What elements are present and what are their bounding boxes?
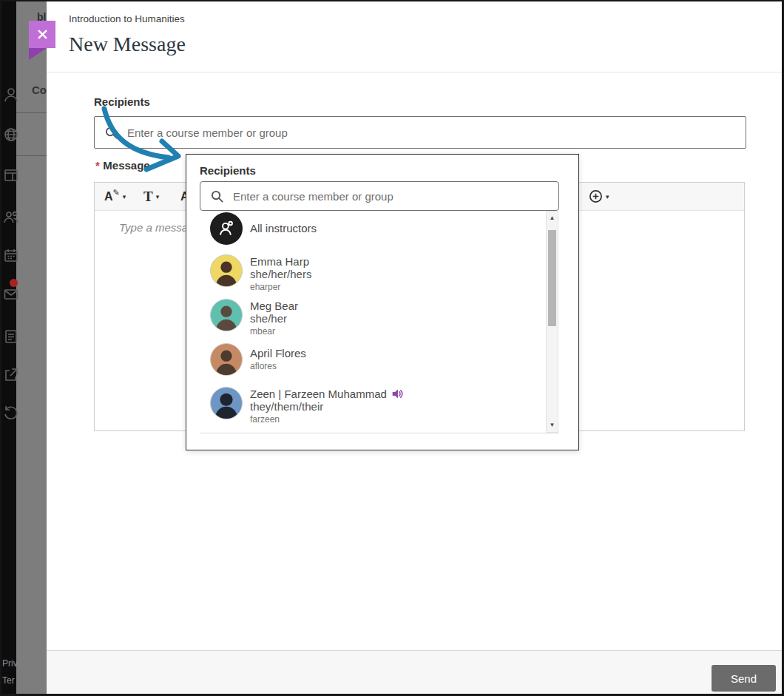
scroll-down-icon[interactable]: ▼ bbox=[547, 420, 558, 430]
message-label: Message bbox=[103, 159, 149, 172]
panel-footer: Send bbox=[47, 650, 782, 695]
base-page-heading-fragment: Co bbox=[32, 84, 47, 96]
close-panel-button[interactable] bbox=[29, 21, 55, 48]
chevron-down-icon: ▾ bbox=[156, 193, 160, 200]
list-item-person[interactable]: Meg Bear she/her mbear bbox=[210, 299, 298, 337]
recipient-pronouns: she/her/hers bbox=[250, 268, 311, 280]
required-marker: * bbox=[95, 159, 100, 172]
scroll-up-icon[interactable]: ▲ bbox=[547, 213, 558, 223]
pages-icon[interactable] bbox=[2, 166, 20, 184]
list-item-person[interactable]: Emma Harp she/her/hers eharper bbox=[210, 254, 311, 292]
font-button[interactable]: T ▾ bbox=[143, 183, 159, 210]
recipient-name: Meg Bear bbox=[250, 300, 298, 312]
share-icon[interactable] bbox=[2, 366, 20, 384]
recipient-username: aflores bbox=[250, 361, 306, 371]
text-style-icon: A bbox=[104, 190, 113, 203]
font-icon: T bbox=[143, 189, 153, 205]
avatar bbox=[210, 343, 243, 376]
insert-content-button[interactable]: ▾ bbox=[589, 183, 609, 210]
header-divider bbox=[47, 72, 782, 72]
recipients-list: All instructors Emma Harp she/her/hers e… bbox=[200, 211, 559, 433]
profile-icon[interactable] bbox=[2, 86, 20, 104]
pencil-icon: ✎ bbox=[113, 188, 120, 197]
text-style-button[interactable]: A✎ ▾ bbox=[104, 183, 126, 210]
recipient-username: mbear bbox=[250, 326, 298, 337]
popup-search-field[interactable] bbox=[200, 181, 559, 211]
gradebook-icon[interactable] bbox=[2, 328, 20, 345]
recipient-username: farzeen bbox=[250, 414, 404, 425]
globe-icon[interactable] bbox=[2, 126, 20, 143]
popup-scrollbar[interactable]: ▲ ▼ bbox=[546, 211, 558, 433]
unread-messages-badge bbox=[10, 279, 18, 287]
recipients-label: Recipients bbox=[94, 95, 150, 108]
close-icon bbox=[36, 28, 49, 41]
messages-icon[interactable] bbox=[2, 286, 20, 303]
popup-title: Recipients bbox=[200, 164, 256, 177]
recipient-name: All instructors bbox=[250, 222, 317, 234]
terms-link-fragment[interactable]: Ter bbox=[2, 675, 15, 686]
recipient-pronouns: she/her bbox=[250, 312, 298, 325]
history-icon[interactable] bbox=[2, 404, 20, 422]
recipient-name: April Flores bbox=[250, 347, 306, 359]
list-item-person[interactable]: Zeen | Farzeen Muhammad they/them/their … bbox=[210, 387, 404, 425]
recipients-popup: Recipients All instructors Emma Harp bbox=[186, 154, 579, 450]
recipients-search-input[interactable] bbox=[126, 126, 746, 140]
popup-search-input[interactable] bbox=[232, 189, 558, 203]
list-item-person[interactable]: April Flores aflores bbox=[210, 343, 306, 376]
avatar bbox=[210, 387, 243, 419]
pronunciation-audio-icon[interactable] bbox=[391, 388, 404, 400]
close-ribbon-flap bbox=[29, 48, 47, 60]
add-circle-icon bbox=[589, 189, 603, 203]
groups-icon[interactable] bbox=[2, 208, 20, 226]
send-button[interactable]: Send bbox=[712, 665, 776, 692]
avatar bbox=[210, 254, 243, 287]
chevron-down-icon: ▾ bbox=[606, 193, 609, 200]
course-title: Introduction to Humanities bbox=[69, 13, 185, 24]
chevron-down-icon: ▾ bbox=[123, 193, 126, 200]
page-title: New Message bbox=[69, 33, 186, 56]
base-nav-icon-column bbox=[2, 0, 21, 696]
avatar bbox=[210, 299, 243, 331]
recipient-username: eharper bbox=[250, 282, 311, 292]
recipient-name: Emma Harp bbox=[250, 255, 311, 268]
scrollbar-thumb[interactable] bbox=[548, 230, 556, 326]
recipient-name: Zeen | Farzeen Muhammad bbox=[250, 388, 387, 400]
search-icon bbox=[210, 189, 224, 203]
recipient-pronouns: they/them/their bbox=[250, 400, 404, 413]
recipients-search-field[interactable] bbox=[94, 116, 746, 149]
list-item-all-instructors[interactable]: All instructors bbox=[210, 212, 317, 245]
calendar-icon[interactable] bbox=[2, 246, 20, 264]
new-message-screen: bl Co Priv Ter Introduction to Humanitie… bbox=[0, 0, 784, 696]
search-icon bbox=[104, 126, 118, 140]
privacy-link-fragment[interactable]: Priv bbox=[2, 658, 18, 669]
all-instructors-icon bbox=[210, 212, 243, 245]
